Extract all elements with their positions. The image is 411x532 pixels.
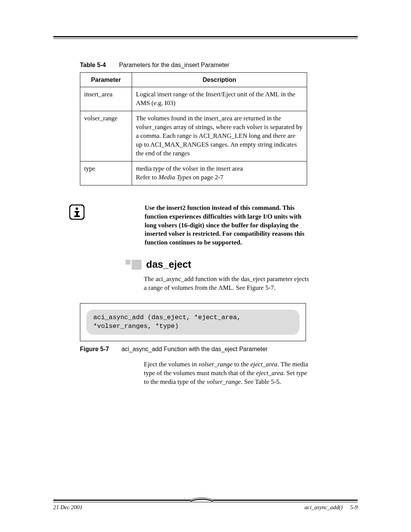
param-desc: media type of the volser in the insert a… [132,161,307,185]
param-table: Parameter Description insert_area Logica… [80,72,307,185]
txt: to the [233,361,250,368]
txt: Eject the volumes in [144,361,199,368]
svg-rect-3 [76,211,78,216]
info-note-text: Use the insert2 function instead of this… [145,204,308,248]
ital: eject_area [250,361,277,368]
footer-section: aci_async_add() [304,504,342,510]
running-footer: 21 Dec 2001 aci_async_add() 5-9 [53,503,358,511]
figure-box: aci_async_add (das_eject, *eject_area, *… [80,303,306,341]
param-desc-line1: media type of the volser in the insert a… [136,165,243,172]
ital: eject_area [256,369,283,377]
figure-label: Figure 5-7 [80,346,109,352]
param-name: volser_range [80,111,132,161]
table-row: volser_range The volumes found in the in… [80,111,307,161]
svg-rect-4 [74,216,80,217]
section-intro: The aci_async_add function with the das_… [144,275,311,292]
ital: type [296,369,307,377]
top-double-rule [53,36,358,39]
param-name: insert_area [80,87,132,111]
table-caption-text: Parameters for the das_insert Parameter [119,62,229,68]
footer-date: 21 Dec 2001 [53,503,83,511]
txt: . Set [283,369,296,377]
svg-point-1 [76,207,78,209]
table-caption: Table 5-4 Parameters for the das_insert … [80,61,358,69]
post-figure-text: Eject the volumes in volser_range to the… [144,360,311,387]
table-row: insert_area Logical insert range of the … [80,87,307,111]
footer-right: aci_async_add() 5-9 [304,503,358,511]
section-heading: das_eject [146,258,191,271]
page-content: Table 5-4 Parameters for the das_insert … [53,61,358,390]
section-heading-row: das_eject [126,258,358,271]
figure-caption-text: aci_async_add Function with the das_ejec… [121,346,268,352]
figure-caption: Figure 5-7 aci_async_add Function with t… [80,345,358,353]
txt: . See Table 5-5. [241,378,281,385]
ital: volser_range [207,378,241,385]
document-page: Table 5-4 Parameters for the das_insert … [0,0,411,532]
table-header-row: Parameter Description [80,72,307,87]
table-row: type media type of the volser in the ins… [80,161,307,185]
info-note: Use the insert2 function instead of this… [69,204,358,248]
txt: to the media type of the [144,378,207,385]
post-figure-paragraph: Eject the volumes in volser_range to the… [144,360,311,387]
section-intro-text: The aci_async_add function with the das_… [144,275,311,292]
param-desc-ref-tail: on page 2-7 [191,174,224,181]
table-label: Table 5-4 [80,62,106,68]
code-block: aci_async_add (das_eject, *eject_area, *… [86,310,299,335]
param-desc-ref-ital: Media Types [158,174,191,181]
col-parameter: Parameter [80,72,132,87]
col-description: Description [132,72,307,87]
param-desc: Logical insert range of the Insert/Eject… [132,87,307,111]
info-icon [69,204,84,222]
param-name: type [80,161,132,185]
heading-ornament-icon [126,260,142,270]
footer-page-number: 5-9 [350,504,358,510]
param-desc-refer: Refer to [136,174,158,181]
ital: volser_range [199,361,233,368]
param-desc: The volumes found in the insert_area are… [132,111,307,161]
